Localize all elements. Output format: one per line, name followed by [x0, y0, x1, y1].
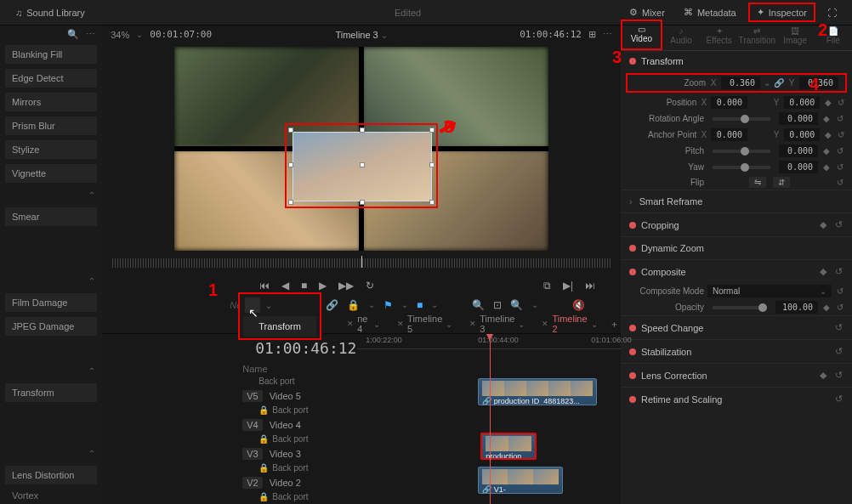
retime-scaling-section[interactable]: Retime and Scaling↺: [621, 387, 852, 411]
track-v5-header[interactable]: V5Video 5: [102, 388, 357, 405]
rotation-field[interactable]: 0.000: [779, 112, 818, 125]
link-icon[interactable]: 🔗: [774, 78, 784, 88]
reset-icon[interactable]: ↺: [835, 286, 845, 296]
fx-transform[interactable]: Transform: [5, 383, 97, 402]
tab-timeline-2[interactable]: ✕Timeline 2⌄: [535, 311, 604, 337]
rotation-slider[interactable]: [713, 117, 770, 121]
keyframe-icon[interactable]: ◆: [823, 98, 832, 107]
yaw-field[interactable]: 0.000: [779, 161, 818, 173]
pitch-slider[interactable]: [713, 150, 770, 153]
fx-prism-blur[interactable]: Prism Blur: [5, 116, 97, 135]
lock-icon[interactable]: 🔒: [258, 405, 269, 415]
viewer-canvas[interactable]: ➔: [174, 47, 548, 251]
stop-button[interactable]: ■: [301, 280, 307, 292]
chevron-down-icon[interactable]: ⌄: [764, 78, 770, 88]
track-v3-header[interactable]: V3Video 3: [102, 446, 357, 462]
chevron-up-icon[interactable]: ⌃: [88, 276, 95, 286]
fx-stylize[interactable]: Stylize: [5, 140, 97, 159]
tab-add-button[interactable]: ＋: [608, 318, 621, 331]
smart-reframe-section[interactable]: ›Smart Reframe: [621, 190, 852, 212]
last-frame-button[interactable]: ⏭: [585, 280, 595, 292]
flag-icon[interactable]: ⚑: [383, 299, 393, 311]
track-v4-header[interactable]: V4Video 4: [102, 417, 357, 433]
keyframe-icon[interactable]: ◆: [821, 114, 832, 123]
reset-icon[interactable]: ↺: [835, 303, 845, 312]
track-v2-header[interactable]: V2Video 2: [102, 475, 357, 491]
fx-film-damage[interactable]: Film Damage: [5, 293, 97, 312]
stabilization-section[interactable]: Stabilization↺: [621, 339, 852, 363]
viewer-mode-icon[interactable]: ⊞: [588, 29, 596, 40]
fx-edge-detect[interactable]: Edge Detect: [5, 69, 97, 88]
reset-icon[interactable]: ↺: [836, 98, 845, 107]
lock-icon[interactable]: 🔒: [258, 492, 269, 501]
flip-v-button[interactable]: ⇵: [773, 177, 790, 188]
tab-timeline-3[interactable]: ✕Timeline 3⌄: [463, 311, 531, 337]
reset-icon[interactable]: ↺: [835, 178, 845, 187]
chevron-down-icon[interactable]: ⌄: [265, 301, 272, 310]
options-icon[interactable]: ⋯: [86, 29, 95, 40]
reset-icon[interactable]: ↺: [835, 146, 845, 156]
reset-icon[interactable]: ↺: [835, 162, 845, 172]
sound-library-button[interactable]: ♫ Sound Library: [9, 4, 92, 21]
options-icon[interactable]: ⋯: [603, 29, 612, 40]
inspector-tab-transition[interactable]: ⇄Transition: [738, 23, 776, 50]
clip-v3-selected[interactable]: production ID_...: [480, 433, 537, 460]
chevron-down-icon[interactable]: ⌄: [381, 31, 388, 40]
lock-icon[interactable]: 🔒: [258, 463, 269, 473]
mute-icon[interactable]: 🔇: [572, 299, 585, 311]
speed-change-section[interactable]: Speed Change↺: [621, 315, 852, 339]
cropping-section[interactable]: Cropping◆↺: [621, 212, 852, 236]
keyframe-icon[interactable]: ◆: [821, 303, 832, 312]
opacity-field[interactable]: 100.00: [775, 301, 818, 314]
loop-button[interactable]: ↻: [366, 280, 374, 292]
inspector-tab-effects[interactable]: ✦Effects: [700, 23, 738, 50]
anchor-x-field[interactable]: 0.000: [711, 128, 747, 141]
lock-icon[interactable]: 🔒: [258, 434, 269, 444]
keyframe-icon[interactable]: ◆: [821, 162, 832, 172]
mixer-button[interactable]: ⚙Mixer: [622, 3, 672, 21]
inspector-button[interactable]: ✦Inspector: [748, 3, 815, 22]
chevron-up-icon[interactable]: ⌃: [88, 449, 95, 458]
reset-icon[interactable]: ↺: [836, 130, 845, 139]
dynamic-zoom-section[interactable]: Dynamic Zoom: [621, 236, 852, 259]
inspector-tab-image[interactable]: 🖼Image: [776, 23, 815, 50]
reset-icon[interactable]: ↺: [835, 114, 845, 123]
position-x-field[interactable]: 0.000: [711, 96, 747, 109]
fx-mirrors[interactable]: Mirrors: [5, 93, 97, 111]
zoom-custom-icon[interactable]: 🔍: [510, 299, 523, 311]
pitch-field[interactable]: 0.000: [779, 144, 818, 157]
yaw-slider[interactable]: [713, 166, 770, 169]
link-icon[interactable]: 🔗: [326, 299, 338, 311]
lens-correction-section[interactable]: Lens Correction◆↺: [621, 363, 852, 387]
anchor-y-field[interactable]: 0.000: [784, 128, 821, 141]
flip-h-button[interactable]: ⇋: [749, 177, 766, 188]
zoom-x-field[interactable]: 0.360: [721, 76, 760, 89]
fullscreen-button[interactable]: ⛶: [821, 4, 843, 21]
playhead[interactable]: [490, 334, 491, 504]
timeline-tracks-area[interactable]: 1:00:22:00 01:00:44:00 01:01:06:00 🔗 pro…: [357, 334, 621, 504]
clip-v2[interactable]: 🔗 V1-0016_A001_07181...: [478, 467, 563, 494]
tab-timeline-4[interactable]: ✕ne 4⌄: [340, 311, 387, 337]
play-button[interactable]: ▶: [319, 280, 327, 292]
position-y-field[interactable]: 0.000: [784, 96, 821, 109]
transform-enable-toggle[interactable]: [629, 58, 636, 65]
fx-blanking-fill[interactable]: Blanking Fill: [5, 45, 97, 64]
fx-smear[interactable]: Smear: [5, 207, 97, 226]
composite-section[interactable]: Composite◆↺: [621, 259, 852, 283]
fx-vignette[interactable]: Vignette: [5, 164, 97, 183]
opacity-slider[interactable]: [713, 306, 767, 309]
inspector-tab-video[interactable]: ▭ Video: [621, 20, 662, 50]
marker-icon[interactable]: ■: [417, 299, 423, 311]
composite-mode-select[interactable]: Normal⌄: [707, 285, 832, 297]
zoom-tool-icon[interactable]: 🔍: [472, 299, 485, 311]
fx-jpeg-damage[interactable]: JPEG Damage: [5, 317, 97, 336]
fx-vortex[interactable]: Vortex: [0, 487, 102, 504]
first-frame-button[interactable]: ⏮: [259, 280, 270, 292]
search-icon[interactable]: 🔍: [67, 29, 79, 40]
viewer-scrubber[interactable]: [112, 258, 611, 268]
keyframe-icon[interactable]: ◆: [821, 146, 832, 156]
go-end-button[interactable]: ▶|: [563, 280, 573, 292]
zoom-fit-icon[interactable]: ⊡: [493, 299, 502, 311]
next-frame-button[interactable]: ▶▶: [338, 280, 354, 292]
inspector-tab-audio[interactable]: ♪Audio: [662, 23, 701, 50]
